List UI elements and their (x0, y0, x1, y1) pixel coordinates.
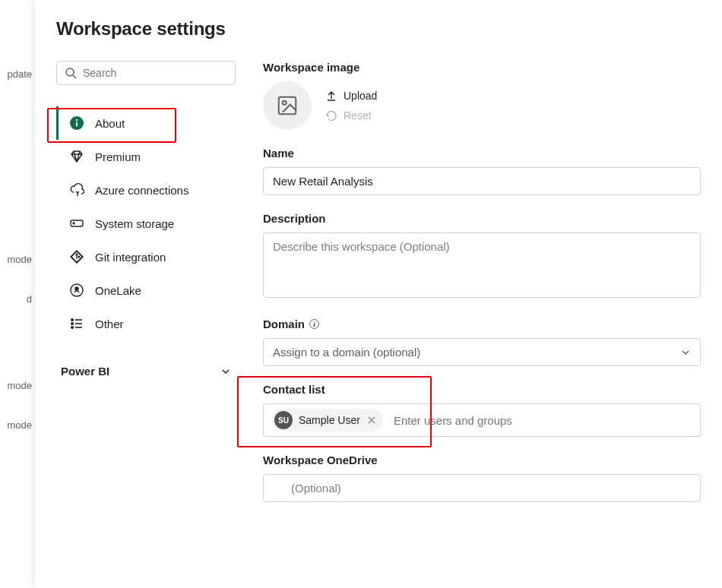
chevron-down-icon (680, 347, 691, 358)
expander-label: Power BI (61, 365, 109, 378)
name-input[interactable] (263, 167, 701, 195)
info-icon (69, 115, 84, 131)
git-icon (69, 249, 84, 264)
description-label: Description (263, 212, 701, 225)
svg-line-1 (73, 75, 76, 78)
nav-label: Azure connections (95, 184, 188, 197)
svg-rect-18 (279, 97, 296, 115)
undo-icon (325, 109, 337, 122)
nav-onelake[interactable]: OneLake (56, 273, 236, 307)
svg-point-14 (71, 323, 73, 324)
expander-powerbi[interactable]: Power BI (56, 354, 236, 387)
settings-panel: Workspace settings About Premium (35, 0, 722, 588)
close-icon[interactable] (366, 415, 377, 425)
name-label: Name (263, 147, 701, 160)
workspace-image-thumb[interactable] (263, 81, 312, 130)
search-input-wrap[interactable] (56, 61, 236, 85)
domain-placeholder: Assign to a domain (optional) (273, 346, 420, 359)
search-icon (65, 67, 77, 79)
reset-button: Reset (325, 109, 377, 122)
svg-point-12 (71, 319, 73, 321)
chip-name: Sample User (299, 414, 360, 426)
svg-rect-9 (76, 255, 77, 259)
nav-about[interactable]: About (56, 106, 236, 140)
nav-storage[interactable]: System storage (56, 207, 236, 240)
svg-point-11 (75, 287, 78, 290)
nav-azure[interactable]: Azure connections (56, 173, 236, 207)
sidebar: About Premium Azure connections System s… (56, 61, 236, 519)
list-icon (69, 316, 84, 331)
onelake-icon (69, 283, 84, 298)
contact-input[interactable] (391, 411, 692, 430)
workspace-image-heading: Workspace image (263, 61, 701, 74)
svg-point-0 (66, 68, 74, 76)
nav-other[interactable]: Other (56, 307, 236, 340)
svg-point-19 (283, 101, 287, 105)
diamond-icon (69, 149, 84, 164)
cloud-icon (69, 182, 84, 198)
main-content: Workspace image Upload Reset (263, 61, 701, 519)
nav-label: OneLake (95, 284, 141, 297)
domain-select[interactable]: Assign to a domain (optional) (263, 338, 701, 366)
contact-label: Contact list (263, 383, 701, 396)
contact-input-wrap[interactable]: SU Sample User (263, 403, 701, 437)
upload-label: Upload (344, 90, 377, 102)
chevron-down-icon (220, 366, 231, 377)
onedrive-input[interactable]: (Optional) (263, 474, 701, 502)
nav-premium[interactable]: Premium (56, 140, 236, 173)
nav-label: Git integration (95, 251, 166, 264)
upload-button[interactable]: Upload (325, 90, 377, 102)
domain-label: Domain i (263, 318, 701, 330)
description-input[interactable] (263, 232, 701, 298)
avatar: SU (274, 411, 293, 429)
storage-icon (69, 216, 84, 231)
contact-chip: SU Sample User (271, 409, 383, 432)
nav-label: Other (95, 318, 124, 330)
search-input[interactable] (83, 67, 227, 79)
nav-label: About (95, 117, 125, 130)
nav-label: Premium (95, 150, 141, 163)
svg-point-8 (78, 255, 80, 258)
svg-point-6 (73, 223, 74, 224)
reset-label: Reset (344, 109, 372, 122)
svg-point-16 (71, 327, 73, 328)
image-icon (276, 94, 299, 117)
info-icon[interactable]: i (309, 319, 319, 329)
svg-rect-3 (76, 122, 78, 127)
onedrive-label: Workspace OneDrive (263, 454, 701, 466)
upload-icon (325, 90, 337, 102)
page-title: Workspace settings (56, 18, 701, 40)
nav-label: System storage (95, 217, 174, 230)
nav-git[interactable]: Git integration (56, 240, 236, 273)
svg-point-4 (76, 119, 78, 121)
background-strip: pdate mode d mode mode (0, 0, 35, 588)
